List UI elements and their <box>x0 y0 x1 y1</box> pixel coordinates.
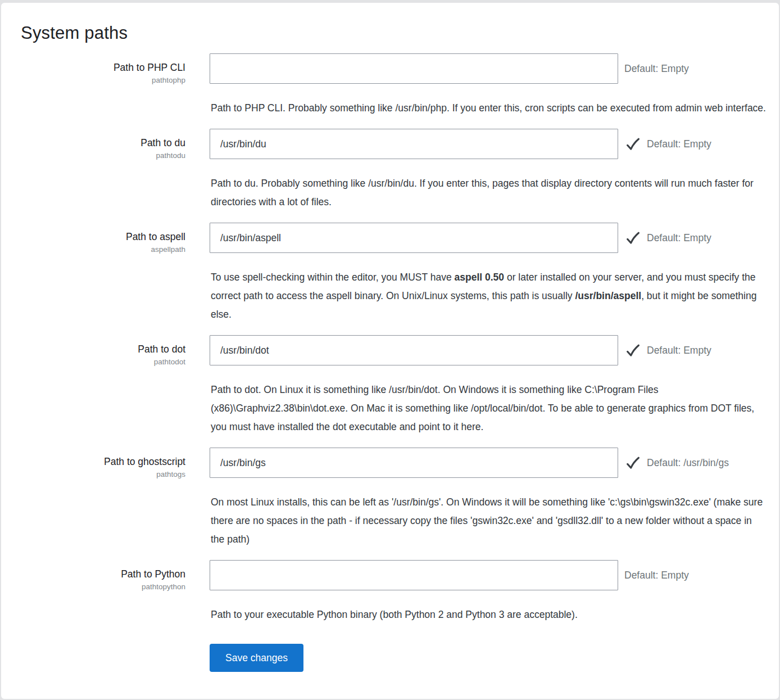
default-value-label: Default: Empty <box>647 138 711 150</box>
setting-internal-name: pathtodot <box>20 357 185 367</box>
actions-spacer <box>20 635 185 672</box>
setting-control-cell: Default: Empty Path to PHP CLI. Probably… <box>210 53 779 129</box>
modified-check-icon <box>625 137 641 152</box>
description-segment: Path to PHP CLI. Probably something like… <box>211 102 766 114</box>
setting-row-pathtogs: Path to ghostscript pathtogs Default: /u… <box>20 448 779 560</box>
setting-label: Path to aspell <box>20 230 185 243</box>
path-input-pathtodot[interactable] <box>210 335 618 365</box>
setting-description: On most Linux installs, this can be left… <box>211 493 767 549</box>
setting-internal-name: pathtodu <box>20 151 185 161</box>
setting-label: Path to du <box>20 136 185 150</box>
setting-row-aspellpath: Path to aspell aspellpath Default: Empty… <box>20 223 779 335</box>
path-input-aspellpath[interactable] <box>210 223 618 253</box>
description-segment: /usr/bin/aspell <box>575 290 641 301</box>
path-input-pathtophp[interactable] <box>210 53 618 84</box>
setting-description: Path to your executable Python binary (b… <box>211 606 767 624</box>
setting-label-cell: Path to ghostscript pathtogs <box>20 448 185 560</box>
setting-internal-name: pathtopython <box>20 582 185 592</box>
setting-description: Path to du. Probably something like /usr… <box>211 174 767 211</box>
setting-input-line: Default: /usr/bin/gs <box>210 448 779 478</box>
path-input-pathtodu[interactable] <box>210 129 618 159</box>
default-value-label: Default: Empty <box>624 570 689 581</box>
setting-input-line: Default: Empty <box>210 560 779 590</box>
description-segment: Path to dot. On Linux it is something li… <box>211 384 754 432</box>
modified-check-icon <box>625 343 641 358</box>
setting-control-cell: Default: Empty To use spell-checking wit… <box>210 223 779 335</box>
setting-control-cell: Default: Empty Path to dot. On Linux it … <box>210 335 779 448</box>
default-value-label: Default: Empty <box>647 232 711 244</box>
setting-row-pathtodu: Path to du pathtodu Default: Empty Path … <box>20 129 779 223</box>
settings-form: Path to PHP CLI pathtophp Default: Empty… <box>20 53 779 635</box>
setting-label-cell: Path to Python pathtopython <box>20 560 185 635</box>
description-segment: aspell 0.50 <box>455 272 505 283</box>
setting-row-pathtodot: Path to dot pathtodot Default: Empty Pat… <box>20 335 779 448</box>
default-value-label: Default: Empty <box>624 63 689 75</box>
setting-internal-name: pathtogs <box>20 469 185 480</box>
setting-label-cell: Path to aspell aspellpath <box>20 223 185 335</box>
description-segment: On most Linux installs, this can be left… <box>211 496 763 545</box>
system-paths-page: System paths Path to PHP CLI pathtophp D… <box>1 3 779 699</box>
setting-label: Path to dot <box>20 342 185 356</box>
modified-check-icon <box>625 231 641 246</box>
setting-control-cell: Default: Empty Path to du. Probably some… <box>210 129 779 223</box>
setting-label-cell: Path to du pathtodu <box>20 129 185 223</box>
setting-input-line: Default: Empty <box>210 335 779 365</box>
setting-internal-name: aspellpath <box>20 245 185 255</box>
save-changes-button[interactable]: Save changes <box>210 644 303 672</box>
setting-label-cell: Path to PHP CLI pathtophp <box>20 53 185 129</box>
setting-label: Path to ghostscript <box>20 455 185 468</box>
setting-control-cell: Default: /usr/bin/gs On most Linux insta… <box>210 448 779 560</box>
form-actions-row: Save changes <box>20 635 779 672</box>
setting-input-line: Default: Empty <box>210 129 779 159</box>
description-segment: Path to your executable Python binary (b… <box>211 609 578 620</box>
page-title: System paths <box>21 23 779 43</box>
setting-label-cell: Path to dot pathtodot <box>20 335 185 448</box>
setting-control-cell: Default: Empty Path to your executable P… <box>210 560 779 635</box>
default-value-label: Default: /usr/bin/gs <box>647 457 729 469</box>
setting-input-line: Default: Empty <box>210 223 779 253</box>
setting-label: Path to Python <box>20 567 185 581</box>
setting-input-line: Default: Empty <box>210 53 779 84</box>
description-segment: To use spell-checking within the editor,… <box>211 272 455 283</box>
path-input-pathtogs[interactable] <box>210 448 618 478</box>
setting-label: Path to PHP CLI <box>20 61 185 74</box>
setting-internal-name: pathtophp <box>20 75 185 85</box>
setting-description: To use spell-checking within the editor,… <box>211 268 767 324</box>
default-value-label: Default: Empty <box>647 345 711 356</box>
description-segment: Path to du. Probably something like /usr… <box>211 178 754 207</box>
modified-check-icon <box>625 455 641 471</box>
setting-description: Path to PHP CLI. Probably something like… <box>211 99 767 118</box>
path-input-pathtopython[interactable] <box>210 560 618 590</box>
setting-row-pathtophp: Path to PHP CLI pathtophp Default: Empty… <box>20 53 779 129</box>
setting-description: Path to dot. On Linux it is something li… <box>211 381 767 436</box>
setting-row-pathtopython: Path to Python pathtopython Default: Emp… <box>20 560 779 635</box>
